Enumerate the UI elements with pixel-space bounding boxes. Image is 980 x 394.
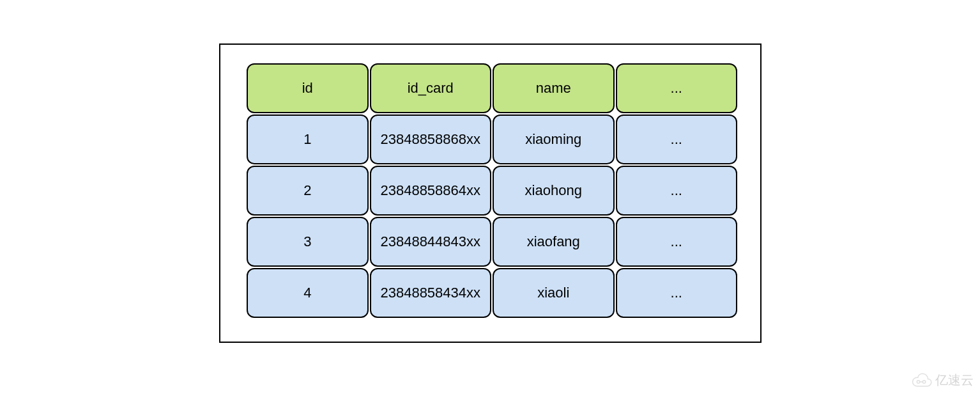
cell-id: 4 bbox=[247, 268, 369, 318]
cell-name: xiaofang bbox=[493, 217, 615, 267]
header-id: id bbox=[247, 63, 369, 113]
header-more: ... bbox=[616, 63, 738, 113]
table-row: 2 23848858864xx xiaohong ... bbox=[246, 165, 738, 216]
cloud-icon bbox=[910, 371, 933, 389]
watermark-text: 亿速云 bbox=[935, 372, 974, 389]
header-id-card: id_card bbox=[370, 63, 492, 113]
svg-point-1 bbox=[923, 381, 926, 384]
cell-id: 3 bbox=[247, 217, 369, 267]
header-name: name bbox=[493, 63, 615, 113]
table-row: 3 23848844843xx xiaofang ... bbox=[246, 216, 738, 267]
cell-name: xiaohong bbox=[493, 166, 615, 216]
table-row: 1 23848858868xx xiaoming ... bbox=[246, 114, 738, 165]
cell-name: xiaoli bbox=[493, 268, 615, 318]
data-table: id id_card name ... 1 23848858868xx xiao… bbox=[246, 63, 738, 319]
cell-id-card: 23848858868xx bbox=[370, 114, 492, 164]
cell-more: ... bbox=[616, 217, 738, 267]
cell-more: ... bbox=[616, 268, 738, 318]
cell-name: xiaoming bbox=[493, 114, 615, 164]
cell-id-card: 23848858434xx bbox=[370, 268, 492, 318]
svg-point-0 bbox=[917, 381, 920, 384]
cell-id: 1 bbox=[247, 114, 369, 164]
watermark: 亿速云 bbox=[910, 371, 974, 389]
table-row: 4 23848858434xx xiaoli ... bbox=[246, 267, 738, 319]
table-header-row: id id_card name ... bbox=[246, 63, 738, 114]
cell-id-card: 23848844843xx bbox=[370, 217, 492, 267]
cell-more: ... bbox=[616, 114, 738, 164]
diagram-frame: id id_card name ... 1 23848858868xx xiao… bbox=[219, 43, 762, 343]
cell-id: 2 bbox=[247, 166, 369, 216]
cell-id-card: 23848858864xx bbox=[370, 166, 492, 216]
cell-more: ... bbox=[616, 166, 738, 216]
